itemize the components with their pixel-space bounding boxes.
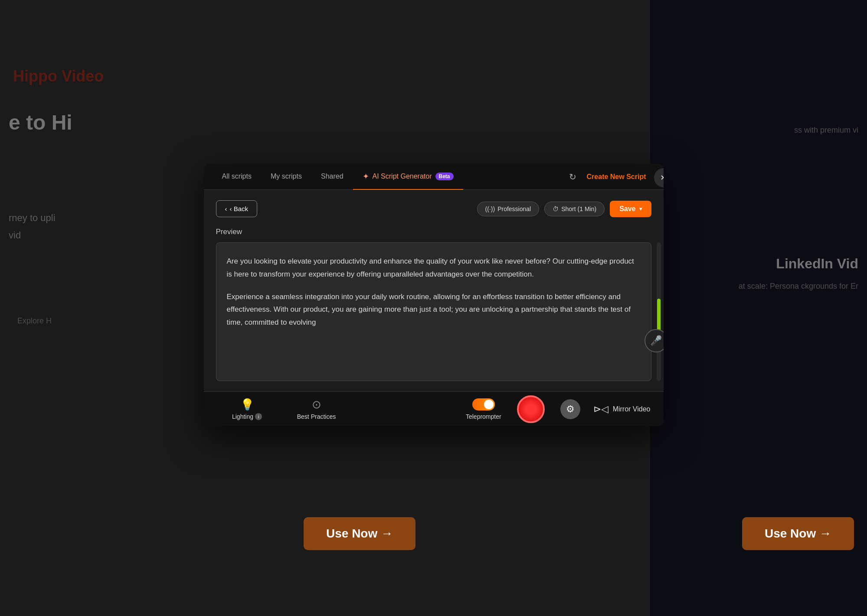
preview-paragraph-2: Experience a seamless integration into y…	[227, 290, 641, 329]
teleprompter-section: Teleprompter	[466, 398, 501, 420]
settings-button[interactable]: ⚙	[560, 399, 580, 419]
bottom-bar: 💡 Lighting i ⊙ Best Practices Teleprompt…	[204, 391, 664, 426]
preview-paragraph-1: Are you looking to elevate your producti…	[227, 255, 641, 281]
lighting-info-icon[interactable]: i	[255, 413, 262, 420]
mirror-label: Mirror Video	[613, 405, 651, 413]
script-modal: × All scripts My scripts Shared ✦ AI Scr…	[204, 164, 664, 426]
best-practices-section[interactable]: ⊙ Best Practices	[286, 398, 347, 420]
beta-badge: Beta	[435, 173, 454, 180]
mic-area: 🎤	[645, 329, 664, 352]
modal-body: ‹ ‹ Back ((·)) Professional ⏱ Short (1 M…	[204, 190, 664, 391]
record-button[interactable]	[517, 395, 545, 423]
lighting-icon: 💡	[240, 398, 254, 411]
mirror-icon: ⊳◁	[593, 404, 609, 415]
preview-area: Are you looking to elevate your producti…	[216, 242, 651, 381]
tab-shared[interactable]: Shared	[311, 164, 353, 190]
save-chevron-icon: ▾	[639, 206, 642, 212]
back-arrow-icon: ‹	[225, 205, 227, 212]
best-practices-icon: ⊙	[312, 398, 321, 411]
preview-text-box[interactable]: Are you looking to elevate your producti…	[216, 242, 651, 381]
preview-label: Preview	[216, 228, 651, 236]
tab-ai-generator[interactable]: ✦ AI Script Generator Beta	[353, 164, 463, 190]
tone-selector[interactable]: ((·)) Professional	[477, 202, 540, 216]
modal-tabs-bar: All scripts My scripts Shared ✦ AI Scrip…	[204, 164, 664, 190]
duration-selector[interactable]: ⏱ Short (1 Min)	[544, 202, 605, 216]
back-button[interactable]: ‹ ‹ Back	[216, 200, 258, 217]
gear-icon: ⚙	[566, 404, 575, 415]
scrollbar-track	[657, 242, 661, 381]
tab-my-scripts[interactable]: My scripts	[261, 164, 311, 190]
tab-all-scripts[interactable]: All scripts	[213, 164, 261, 190]
refresh-button[interactable]: ↻	[565, 169, 581, 185]
mirror-video-section[interactable]: ⊳◁ Mirror Video	[593, 404, 651, 415]
toggle-knob	[484, 400, 494, 409]
duration-icon: ⏱	[553, 205, 559, 212]
lighting-label: Lighting i	[232, 413, 262, 420]
modal-backdrop: × All scripts My scripts Shared ✦ AI Scr…	[0, 0, 867, 616]
microphone-button[interactable]: 🎤	[645, 329, 664, 352]
ai-spark-icon: ✦	[363, 172, 369, 181]
save-button[interactable]: Save ▾	[610, 201, 651, 217]
tone-icon: ((·))	[485, 205, 495, 212]
create-new-script-button[interactable]: Create New Script	[587, 173, 646, 181]
microphone-icon: 🎤	[650, 335, 662, 346]
lighting-section[interactable]: 💡 Lighting i	[217, 398, 278, 420]
refresh-icon: ↻	[569, 172, 576, 182]
teleprompter-label: Teleprompter	[466, 413, 501, 420]
teleprompter-toggle[interactable]	[472, 398, 495, 411]
controls-row: ‹ ‹ Back ((·)) Professional ⏱ Short (1 M…	[216, 200, 651, 217]
best-practices-label: Best Practices	[297, 413, 336, 420]
